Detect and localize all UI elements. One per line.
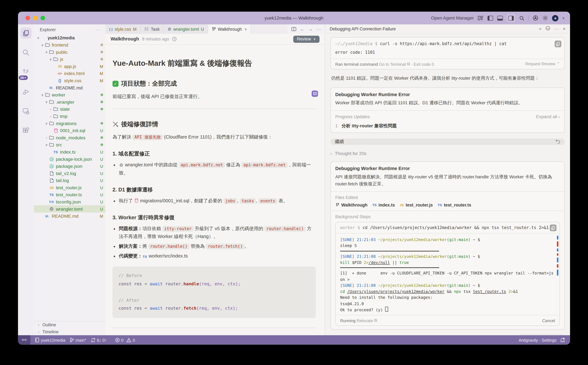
tree-item-worker[interactable]: ∨worker [34,91,105,98]
tree-item-label: test_router.js [56,185,99,190]
file-chip-test-router-ts[interactable]: TStest_router.ts [437,203,471,207]
relocate-link[interactable]: Relocate [357,318,373,323]
chevron-right-icon[interactable]: › [48,107,53,111]
antigravity-settings-item[interactable]: Antigravity - Settings [519,338,556,342]
tree-item-tsconfig-json[interactable]: T⚙tsconfig.jsonU [34,198,105,205]
open-agent-manager-button[interactable]: Open Agent Manager [431,15,474,21]
cancel-button[interactable]: Cancel [542,318,555,323]
tab-walkthrough[interactable]: Walkthrough × [208,24,251,34]
tree-item-tail-v2-log[interactable]: tail_v2.logU [34,170,105,177]
tab-wrangler-toml[interactable]: ⚙ wrangler.toml U [164,24,208,34]
git-sync-item[interactable]: 6↓ 0↑ [91,338,107,342]
explorer-more-icon[interactable]: ··· [95,27,101,32]
account-chevron-icon[interactable]: ∨ [562,16,565,20]
tree-item-src[interactable]: ∨src [34,141,105,148]
tree-item-wrangler-toml[interactable]: ⚙wrangler.tomlU [34,205,105,213]
terminal-command: curl -s https://api-mark.bdfz.net/api/he… [380,41,507,46]
tree-item-readme-md[interactable]: M↓README.md [34,84,105,91]
activity-source-control-icon[interactable]: 2K+ [20,66,32,77]
settings-gear-icon[interactable] [542,15,548,21]
tree-item--wrangler[interactable]: ∨.wrangler [34,98,105,105]
tree-item-test-router-ts[interactable]: TStest_router.tsU [34,191,105,198]
tab-task[interactable]: Task [141,24,164,34]
review-button[interactable]: Review∨ [293,35,320,43]
thought-toggle[interactable]: ›Thought for 20s [331,151,565,156]
tree-item-package-json[interactable]: JSpackage.jsonU [34,162,105,170]
undo-icon[interactable] [555,139,560,144]
go-to-terminal-link[interactable]: Go to Terminal [379,62,406,66]
browser-icon[interactable] [533,15,539,21]
tree-item-migrations[interactable]: ∨migrations [34,120,105,127]
terminal-scrollback[interactable]: [SUNE] 21:21:03 ~/projects/yuek12media/w… [336,233,560,315]
tree-item-js[interactable]: ∨js [34,56,105,63]
file-chip-walkthrough[interactable]: Walkthrough [335,203,367,207]
tree-item-style-css[interactable]: {}style.cssM [34,77,105,84]
file-chip-test-router-js[interactable]: JStest_router.js [399,203,433,207]
copy-icon[interactable] [550,225,556,231]
git-branch-item[interactable]: main* [70,337,86,343]
tree-item-readme-md[interactable]: M↓README.mdM [34,212,105,220]
tree-item-0001-init-sql[interactable]: 0001_init.sqlU [34,127,105,134]
toggle-bottom-panel-icon[interactable] [497,15,503,21]
file-chip-index-ts[interactable]: TSindex.ts [372,203,395,207]
expand-all-button[interactable]: Expand all ‹ [536,114,560,119]
chevron-down-icon[interactable]: ∨ [44,121,49,125]
tree-item-public[interactable]: ∨public [34,49,105,56]
activity-explorer-icon[interactable] [20,27,32,39]
progress-step[interactable]: 1 分析 itty-router 兼容性問題 [335,123,560,129]
chevron-down-icon[interactable]: ∨ [36,36,41,40]
close-window-button[interactable] [26,16,30,20]
tree-item-frontend[interactable]: ∨frontend [34,41,105,49]
timeline-section[interactable]: ›Timeline [34,328,105,335]
activity-extensions-icon[interactable] [20,125,32,136]
chevron-down-icon[interactable]: ∨ [44,100,49,104]
close-tab-icon[interactable]: × [244,27,247,31]
outline-section[interactable]: ›Outline [34,321,105,328]
tree-item-package-lock-json[interactable]: JSpackage-lock.jsonU [34,155,105,163]
chevron-right-icon[interactable]: › [48,114,53,118]
chevron-right-icon[interactable]: › [44,136,49,139]
zoom-window-button[interactable] [41,16,45,20]
nav-back-icon[interactable]: ← [300,26,304,32]
activity-run-debug-icon[interactable] [20,86,32,97]
notifications-bell-icon[interactable] [560,337,565,343]
add-comment-button[interactable] [311,91,318,97]
user-avatar[interactable]: ◈ [552,15,559,21]
user-message-continue[interactable]: 繼續 [331,138,565,145]
panel-more-icon[interactable]: ··· [554,26,559,31]
panel-close-icon[interactable]: × [563,26,566,31]
editor-more-icon[interactable]: ··· [317,26,321,32]
toggle-left-panel-icon[interactable] [487,15,493,21]
history-clock-icon[interactable] [172,37,177,41]
remote-indicator[interactable]: >< [18,335,30,345]
layout-grid-icon[interactable] [478,15,484,21]
search-icon[interactable] [519,15,525,21]
toggle-right-panel-icon[interactable] [507,14,515,22]
chevron-down-icon[interactable]: ∨ [44,50,49,54]
tree-item-test-router-js[interactable]: JStest_router.jsU [34,184,105,191]
tree-item-index-ts[interactable]: TSindex.tsU [34,148,105,155]
tree-item-tail-log[interactable]: tail.logU [34,177,105,184]
thread-history-icon[interactable] [546,26,550,31]
chevron-down-icon[interactable]: ∨ [40,93,45,97]
repo-status-item[interactable]: yuek12media [35,337,65,343]
request-review-toggle[interactable]: Request Review ⌃ [525,62,560,67]
tree-item-state[interactable]: ›state [34,105,105,113]
nav-forward-icon[interactable]: → [308,26,313,32]
tree-item-node-modules[interactable]: ›node_modules [34,134,105,141]
tree-item-yuek12media[interactable]: ∨yuek12media [34,34,105,42]
problems-item[interactable]: 0 0 [115,338,135,342]
new-thread-icon[interactable]: + [539,26,541,31]
tree-item-tmp[interactable]: ›tmp [34,112,105,120]
chevron-down-icon[interactable]: ∨ [48,57,53,61]
tab-style-css[interactable]: { } style.css M [105,24,141,34]
tree-item-app-js[interactable]: JSapp.jsM [34,63,105,70]
copy-icon[interactable] [554,41,561,47]
split-editor-icon[interactable] [291,27,296,31]
minimize-window-button[interactable] [33,16,38,20]
tree-item-index-html[interactable]: </>index.htmlM [34,70,105,77]
activity-search-icon[interactable] [20,47,32,58]
chevron-down-icon[interactable]: ∨ [40,43,45,47]
chevron-down-icon[interactable]: ∨ [44,143,49,147]
activity-remote-window-icon[interactable]: >< [20,105,32,117]
